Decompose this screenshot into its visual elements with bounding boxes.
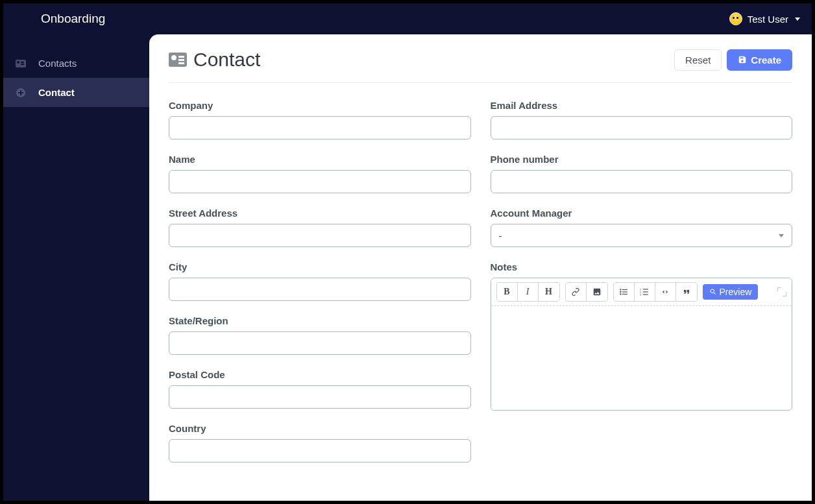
input-email[interactable]: [491, 116, 793, 139]
preview-button[interactable]: Preview: [703, 284, 759, 300]
plus-circle-icon: [15, 88, 27, 97]
save-icon: [738, 55, 747, 64]
page-title-text: Contact: [193, 49, 260, 71]
notes-editor: B I H: [491, 278, 793, 411]
body-row: Contacts Contact Contact Reset Create: [3, 34, 812, 501]
field-company: Company: [169, 100, 471, 139]
svg-rect-10: [643, 291, 648, 292]
tool-group-list: 123: [613, 282, 698, 302]
field-postal: Postal Code: [169, 369, 471, 409]
label-company: Company: [169, 100, 471, 111]
brand-title: Onboarding: [41, 12, 105, 26]
fullscreen-icon[interactable]: [777, 287, 786, 296]
input-street[interactable]: [169, 224, 471, 247]
field-name: Name: [169, 154, 471, 193]
create-button-label: Create: [751, 54, 781, 66]
label-email: Email Address: [491, 100, 793, 111]
caret-down-icon: [779, 234, 784, 237]
svg-rect-4: [622, 291, 627, 292]
svg-point-2: [620, 293, 621, 294]
field-city: City: [169, 261, 471, 301]
image-button[interactable]: [587, 283, 607, 301]
input-name[interactable]: [169, 170, 471, 193]
input-phone[interactable]: [491, 170, 793, 193]
input-company[interactable]: [169, 116, 471, 139]
code-button[interactable]: [655, 283, 676, 301]
reset-button[interactable]: Reset: [674, 49, 722, 71]
sidebar-item-contacts[interactable]: Contacts: [3, 49, 149, 78]
svg-point-1: [620, 291, 621, 293]
field-notes: Notes B I H: [491, 261, 793, 411]
italic-button[interactable]: I: [518, 283, 539, 301]
avatar-icon: [729, 12, 742, 25]
sidebar-item-label: Contacts: [38, 58, 77, 69]
tool-group-insert: [565, 282, 608, 302]
svg-rect-5: [622, 294, 627, 294]
form-column-left: Company Name Street Address City: [169, 100, 471, 477]
list-ol-icon: 123: [640, 287, 649, 296]
app-root: Onboarding Test User Contacts Contact Co…: [3, 3, 812, 501]
sidebar-item-contact[interactable]: Contact: [3, 78, 149, 107]
link-button[interactable]: [566, 283, 587, 301]
caret-down-icon: [795, 18, 800, 21]
svg-rect-3: [622, 289, 627, 290]
contact-card-icon: [169, 53, 187, 67]
link-icon: [571, 287, 580, 296]
ol-button[interactable]: 123: [635, 283, 655, 301]
field-street: Street Address: [169, 208, 471, 247]
label-account-manager: Account Manager: [491, 208, 793, 219]
label-postal: Postal Code: [169, 369, 471, 380]
bold-button[interactable]: B: [497, 283, 518, 301]
label-country: Country: [169, 423, 471, 434]
create-button[interactable]: Create: [727, 49, 792, 71]
tool-group-text: B I H: [496, 282, 560, 302]
input-state[interactable]: [169, 331, 471, 355]
field-country: Country: [169, 423, 471, 462]
label-city: City: [169, 261, 471, 272]
ul-button[interactable]: [614, 283, 635, 301]
input-postal[interactable]: [169, 385, 471, 409]
svg-rect-11: [643, 294, 648, 295]
page-actions: Reset Create: [674, 49, 792, 71]
notes-textarea[interactable]: [491, 306, 792, 410]
editor-toolbar: B I H: [491, 278, 792, 306]
field-email: Email Address: [491, 100, 793, 139]
page-title: Contact: [169, 49, 260, 71]
user-name-label: Test User: [748, 14, 788, 25]
heading-button[interactable]: H: [539, 283, 559, 301]
select-value: -: [499, 230, 502, 241]
label-notes: Notes: [491, 261, 793, 272]
field-state: State/Region: [169, 315, 471, 355]
label-street: Street Address: [169, 208, 471, 219]
label-state: State/Region: [169, 315, 471, 326]
contacts-card-icon: [15, 59, 27, 68]
label-name: Name: [169, 154, 471, 165]
sidebar-item-label: Contact: [38, 87, 75, 98]
preview-button-label: Preview: [720, 287, 752, 297]
select-account-manager[interactable]: -: [491, 224, 793, 247]
input-country[interactable]: [169, 439, 471, 462]
code-icon: [661, 287, 670, 296]
quote-button[interactable]: [676, 283, 697, 301]
label-phone: Phone number: [491, 154, 793, 165]
form-column-right: Email Address Phone number Account Manag…: [491, 100, 793, 477]
svg-point-0: [620, 289, 621, 290]
main-panel: Contact Reset Create Company: [149, 34, 812, 501]
form-grid: Company Name Street Address City: [169, 100, 792, 477]
image-icon: [592, 287, 602, 296]
list-ul-icon: [619, 287, 628, 296]
svg-rect-9: [643, 289, 648, 289]
topbar: Onboarding Test User: [3, 3, 812, 34]
quote-icon: [682, 287, 691, 296]
field-account-manager: Account Manager -: [491, 208, 793, 247]
page-header: Contact Reset Create: [169, 49, 792, 83]
svg-text:3: 3: [640, 293, 641, 296]
field-phone: Phone number: [491, 154, 793, 193]
sidebar: Contacts Contact: [3, 34, 149, 501]
user-menu[interactable]: Test User: [729, 12, 800, 25]
input-city[interactable]: [169, 278, 471, 301]
search-icon: [709, 288, 717, 296]
